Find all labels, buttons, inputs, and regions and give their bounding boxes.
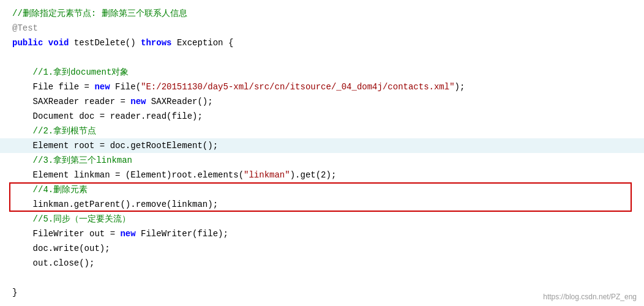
code-line-7: SAXReader reader = new SAXReader(); [0,94,644,109]
code-line-1: //删除指定元素节点: 删除第三个联系人信息 [0,6,644,21]
code-line-2: @Test [0,21,644,35]
code-line-13: //4.删除元素 [0,182,644,197]
code-line-6: File file = new File("E:/20151130/day5-x… [0,80,644,94]
code-line-4 [0,50,644,65]
code-line-12: Element linkman = (Element)root.elements… [0,168,644,182]
code-line-3: public void testDelete() throws Exceptio… [0,35,644,50]
watermark: https://blog.csdn.net/PZ_eng [543,293,637,301]
code-line-18: out.close(); [0,256,644,271]
code-line-11: //3.拿到第三个linkman [0,153,644,168]
code-line-15: //5.同步（一定要关流） [0,212,644,226]
code-line-17: doc.write(out); [0,241,644,256]
code-container: //删除指定元素节点: 删除第三个联系人信息@Testpublic void t… [0,0,644,306]
code-line-16: FileWriter out = new FileWriter(file); [0,226,644,241]
code-line-8: Document doc = reader.read(file); [0,109,644,124]
code-line-19 [0,271,644,285]
code-line-9: //2.拿到根节点 [0,124,644,138]
code-line-14: linkman.getParent().remove(linkman); [0,197,644,212]
code-line-10: Element root = doc.getRootElement(); [0,138,644,153]
code-line-5: //1.拿到document对象 [0,65,644,80]
